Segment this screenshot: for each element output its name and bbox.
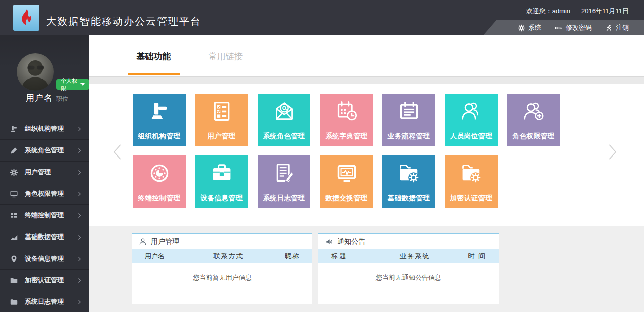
mail-at-icon <box>273 100 295 122</box>
app-logo <box>13 5 39 31</box>
sidebar-menu-item[interactable]: 加密认证管理 <box>0 269 89 291</box>
panel-title: 通知公告 <box>337 237 365 246</box>
tile-label: 系统字典管理 <box>326 132 368 141</box>
sidebar: 个人权限 用户名职位 组织机构管理 系统角色管理 用户管理 角色权限管理 终端控… <box>0 35 89 312</box>
chevron-right-icon <box>77 170 83 175</box>
tile[interactable]: 设备信息管理 <box>195 155 248 208</box>
quick-actions: 系统 修改密码 注销 <box>483 20 644 35</box>
chevron-right-icon <box>77 278 83 283</box>
key-icon <box>555 24 562 32</box>
quick-action-label: 修改密码 <box>566 23 592 32</box>
tile[interactable]: 终端控制管理 <box>133 155 186 208</box>
chevron-right-icon <box>77 235 83 240</box>
tile[interactable]: 系统角色管理 <box>258 94 310 146</box>
tile[interactable]: 用户管理 <box>195 94 248 146</box>
sidebar-menu-item[interactable]: 角色权限管理 <box>0 183 89 204</box>
chart-icon <box>10 233 18 242</box>
sidebar-menu-label: 加密认证管理 <box>25 276 64 285</box>
sidebar-menu-label: 系统日志管理 <box>25 297 64 306</box>
carousel-right-button[interactable] <box>604 136 621 168</box>
tile[interactable]: 人员岗位管理 <box>445 94 498 146</box>
sidebar-menu-label: 角色权限管理 <box>25 189 64 198</box>
tile-label: 基础数据管理 <box>388 194 430 203</box>
quick-action[interactable]: 注销 <box>605 23 629 32</box>
doc-pencil-icon <box>273 162 295 184</box>
tile[interactable]: 系统字典管理 <box>320 94 373 146</box>
user-line: 用户名职位 <box>26 92 68 104</box>
monitor-wave-icon <box>336 162 358 184</box>
gavel-icon <box>148 100 171 122</box>
tile[interactable]: 组织机构管理 <box>133 94 186 146</box>
panel-column-headers: 用户名 联系方式 昵称 <box>132 249 312 263</box>
quick-action[interactable]: 系统 <box>518 23 541 32</box>
tile[interactable]: 业务流程管理 <box>382 94 435 146</box>
tile[interactable]: 基础数据管理 <box>382 155 435 208</box>
caret-down-icon <box>80 83 85 86</box>
panel-title: 用户管理 <box>151 237 179 246</box>
carousel-left-button[interactable] <box>109 136 126 168</box>
panel-empty-message: 您当前无通知公告信息 <box>318 263 499 282</box>
tile-label: 设备信息管理 <box>201 194 243 203</box>
tile-label: 组织机构管理 <box>138 132 181 141</box>
user-icon <box>139 238 147 246</box>
tile-area: 组织机构管理 用户管理 系统角色管理 系统字典管理 业务流程管理 人员岗位管理 … <box>89 84 644 226</box>
grid-icon <box>10 211 18 220</box>
chevron-right-icon <box>77 126 83 132</box>
tile-label: 系统角色管理 <box>263 132 305 141</box>
tab-2[interactable]: 常用链接 <box>200 35 252 75</box>
tile-label: 用户管理 <box>208 132 236 141</box>
tile[interactable]: 系统日志管理 <box>258 155 310 208</box>
flame-logo-icon <box>17 8 36 27</box>
tile-label: 加密认证管理 <box>450 194 493 203</box>
chevron-left-large-icon <box>109 136 126 168</box>
sidebar-menu-item[interactable]: 用户管理 <box>0 161 89 183</box>
quick-action-label: 注销 <box>616 23 629 32</box>
permission-badge-label: 个人权限 <box>61 77 77 92</box>
tile[interactable]: 角色权限管理 <box>507 94 560 146</box>
dial-icon <box>148 162 171 184</box>
chevron-right-icon <box>77 256 83 262</box>
chevron-right-icon <box>77 191 83 197</box>
tile-row: 终端控制管理 设备信息管理 系统日志管理 数据交换管理 基础数据管理 加密认证管… <box>133 155 560 208</box>
tile-label: 系统日志管理 <box>263 194 305 203</box>
tile[interactable]: 加密认证管理 <box>445 155 498 208</box>
monitor-icon <box>10 190 18 198</box>
folder-gear-icon <box>460 162 482 184</box>
sidebar-menu-label: 系统角色管理 <box>25 146 64 155</box>
gear-icon <box>10 168 18 177</box>
chevron-right-icon <box>77 299 83 305</box>
top-header: 大数据智能移动办公云管理平台 欢迎您：admin2016年11月11日 系统 修… <box>0 0 644 35</box>
panel-1: 用户管理 用户名 联系方式 昵称 您当前暂无用户信息 <box>132 233 312 304</box>
tile-label: 角色权限管理 <box>513 132 555 141</box>
sidebar-menu-item[interactable]: 基础数据管理 <box>0 226 89 248</box>
sidebar-menu-label: 设备信息管理 <box>25 254 64 263</box>
sidebar-menu-item[interactable]: 系统日志管理 <box>0 291 89 312</box>
panel-empty-message: 您当前暂无用户信息 <box>132 263 312 282</box>
sidebar-menu-item[interactable]: 组织机构管理 <box>0 118 89 139</box>
folder-icon <box>10 276 18 285</box>
pencil-icon <box>10 146 18 155</box>
pin-icon <box>10 255 18 263</box>
sidebar-menu-item[interactable]: 系统角色管理 <box>0 139 89 161</box>
gear-icon <box>518 24 525 32</box>
column-header: 昵称 <box>265 252 312 261</box>
main-content: 基础功能 常用链接 组织机构管理 用户管理 系统角色管理 系统字典管理 业务流程… <box>89 35 644 312</box>
tile[interactable]: 数据交换管理 <box>320 155 373 208</box>
tile-row: 组织机构管理 用户管理 系统角色管理 系统字典管理 业务流程管理 人员岗位管理 … <box>133 94 560 146</box>
tile-label: 数据交换管理 <box>326 194 368 203</box>
sidebar-menu-item[interactable]: 终端控制管理 <box>0 204 89 226</box>
sidebar-menu-item[interactable]: 设备信息管理 <box>0 248 89 269</box>
tile-label: 人员岗位管理 <box>450 132 493 141</box>
quick-action-label: 系统 <box>528 23 541 32</box>
permission-badge[interactable]: 个人权限 <box>56 79 89 90</box>
quick-action[interactable]: 修改密码 <box>555 23 592 32</box>
welcome-username: admin <box>552 7 570 15</box>
sidebar-username: 用户名 <box>26 93 53 103</box>
column-header: 业务系统 <box>379 252 451 261</box>
speaker-icon <box>325 238 333 246</box>
logout-run-icon <box>605 24 613 32</box>
clipboard-icon <box>398 100 420 122</box>
sidebar-position: 职位 <box>56 95 68 102</box>
column-header: 用户名 <box>132 252 193 261</box>
sidebar-menu-label: 组织机构管理 <box>25 124 64 133</box>
